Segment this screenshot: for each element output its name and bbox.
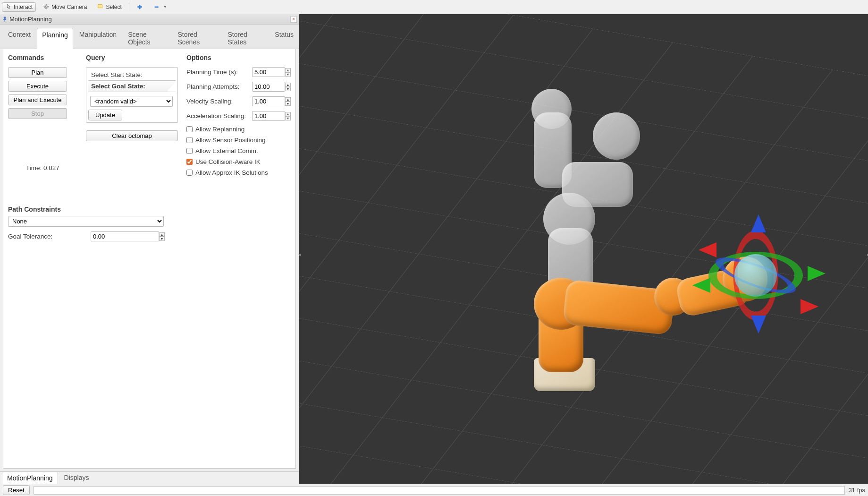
- planning-attempts-label: Planning Attempts:: [186, 83, 250, 90]
- plan-and-execute-button[interactable]: Plan and Execute: [8, 94, 67, 105]
- spin-up-icon[interactable]: ▲: [159, 232, 165, 237]
- focus-remove-button[interactable]: ━ ▼: [150, 2, 172, 12]
- update-button[interactable]: Update: [88, 110, 122, 120]
- allow-replanning-check[interactable]: [186, 126, 193, 132]
- select-icon: [97, 4, 104, 10]
- spin-up-icon[interactable]: ▲: [285, 112, 291, 116]
- options-header: Options: [186, 54, 291, 61]
- approx-ik-label: Allow Approx IK Solutions: [195, 169, 268, 176]
- planning-time-input[interactable]: [252, 67, 285, 77]
- collision-ik-check[interactable]: [186, 159, 193, 165]
- allow-sensor-check[interactable]: [186, 137, 193, 143]
- pin-icon: [2, 17, 8, 22]
- clear-octomap-button[interactable]: Clear octomap: [86, 130, 178, 141]
- query-header: Query: [86, 54, 178, 61]
- allow-external-check[interactable]: [186, 148, 193, 154]
- bottom-tab-motionplanning[interactable]: MotionPlanning: [2, 472, 58, 484]
- panel-title-text: MotionPlanning: [9, 16, 52, 23]
- status-field: [34, 486, 845, 495]
- goal-state-tab[interactable]: Select Goal State:: [88, 81, 176, 92]
- toolbar-separator: [129, 3, 129, 11]
- query-box: Select Start State: Select Goal State: <…: [86, 67, 178, 123]
- spin-down-icon[interactable]: ▼: [285, 72, 291, 77]
- spin-down-icon[interactable]: ▼: [159, 237, 165, 241]
- focus-add-button[interactable]: ✚: [133, 2, 146, 12]
- tab-scene-objects[interactable]: Scene Objects: [123, 27, 171, 49]
- select-button[interactable]: Select: [94, 2, 125, 12]
- accel-scaling-label: Acceleration Scaling:: [186, 112, 250, 120]
- tab-status[interactable]: Status: [270, 27, 299, 49]
- status-bar: Reset 31 fps: [0, 484, 868, 496]
- spin-down-icon[interactable]: ▼: [285, 102, 291, 106]
- spin-up-icon[interactable]: ▲: [285, 83, 291, 87]
- execute-button[interactable]: Execute: [8, 81, 67, 92]
- left-pane: MotionPlanning × Context Planning Manipu…: [0, 14, 299, 484]
- time-label: Time: 0.027: [8, 164, 77, 171]
- path-constraints-select[interactable]: None: [8, 216, 164, 227]
- minus-icon: ━: [153, 4, 160, 10]
- allow-sensor-label: Allow Sensor Positioning: [195, 137, 266, 144]
- interact-icon: [5, 4, 12, 10]
- spin-up-icon[interactable]: ▲: [285, 97, 291, 102]
- bottom-tabs: MotionPlanning Displays: [0, 471, 299, 484]
- fps-label: 31 fps: [849, 487, 865, 494]
- accel-scaling-input[interactable]: [252, 111, 285, 121]
- move-camera-button[interactable]: Move Camera: [40, 2, 90, 12]
- tabs-row: Context Planning Manipulation Scene Obje…: [0, 25, 299, 49]
- planning-time-label: Planning Time (s):: [186, 68, 250, 76]
- panel-titlebar[interactable]: MotionPlanning ×: [0, 14, 299, 25]
- constraints-header: Path Constraints: [8, 205, 291, 213]
- tab-planning[interactable]: Planning: [37, 28, 73, 49]
- planning-panel-body: Commands Plan Execute Plan and Execute S…: [3, 49, 296, 469]
- tab-stored-states[interactable]: Stored States: [223, 27, 269, 49]
- move-camera-icon: [43, 4, 50, 10]
- goal-tolerance-label: Goal Tolerance:: [8, 233, 86, 240]
- approx-ik-check[interactable]: [186, 170, 193, 176]
- plus-icon: ✚: [136, 4, 143, 10]
- velocity-scaling-label: Velocity Scaling:: [186, 98, 250, 105]
- viewport-3d[interactable]: ◂ ▸: [299, 14, 868, 484]
- select-label: Select: [106, 4, 121, 10]
- allow-replanning-label: Allow Replanning: [195, 126, 244, 133]
- panel-close-button[interactable]: ×: [290, 16, 297, 23]
- spin-down-icon[interactable]: ▼: [285, 116, 291, 120]
- move-camera-label: Move Camera: [51, 4, 87, 10]
- goal-state-select[interactable]: <random valid>: [90, 96, 173, 107]
- tab-manipulation[interactable]: Manipulation: [74, 27, 122, 49]
- start-state-tab[interactable]: Select Start State:: [88, 69, 176, 81]
- tab-context[interactable]: Context: [3, 27, 36, 49]
- planning-attempts-input[interactable]: [252, 82, 285, 92]
- velocity-scaling-input[interactable]: [252, 96, 285, 106]
- commands-header: Commands: [8, 54, 77, 61]
- chevron-down-icon: ▼: [162, 4, 169, 10]
- main-toolbar: Interact Move Camera Select ✚ ━ ▼: [0, 0, 868, 14]
- reset-button[interactable]: Reset: [3, 485, 30, 495]
- allow-external-label: Allow External Comm.: [195, 147, 258, 154]
- collision-ik-label: Use Collision-Aware IK: [195, 158, 261, 165]
- svg-rect-0: [98, 4, 102, 8]
- interact-label: Interact: [14, 4, 33, 10]
- stop-button: Stop: [8, 108, 67, 119]
- spin-up-icon[interactable]: ▲: [285, 68, 291, 72]
- goal-tolerance-input[interactable]: [91, 231, 159, 241]
- tab-stored-scenes[interactable]: Stored Scenes: [172, 27, 221, 49]
- interact-button[interactable]: Interact: [2, 2, 36, 12]
- bottom-tab-displays[interactable]: Displays: [59, 472, 94, 484]
- plan-button[interactable]: Plan: [8, 67, 67, 78]
- spin-down-icon[interactable]: ▼: [285, 87, 291, 91]
